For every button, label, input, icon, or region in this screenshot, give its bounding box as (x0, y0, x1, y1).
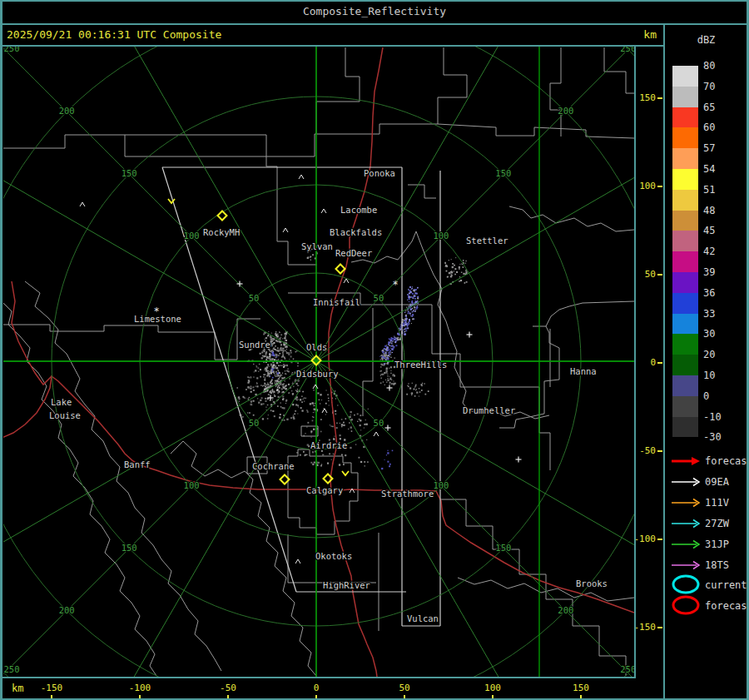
echo-pixel (320, 419, 322, 420)
echo-pixel (300, 399, 301, 400)
echo-pixel (404, 331, 405, 332)
echo-pixel (379, 370, 380, 371)
echo-pixel (341, 426, 343, 428)
echo-pixel (450, 273, 451, 274)
county-boundary-line (550, 47, 561, 137)
echo-pixel (265, 400, 266, 402)
echo-pixel (364, 461, 365, 463)
echo-pixel (390, 370, 391, 371)
colorbar-swatch (672, 314, 698, 335)
echo-pixel (298, 406, 299, 407)
echo-pixel (318, 462, 320, 464)
echo-pixel (297, 365, 299, 367)
echo-pixel (271, 368, 273, 370)
county-boundary-line (171, 441, 316, 676)
echo-pixel (345, 418, 347, 420)
echo-pixel (406, 307, 407, 308)
echo-pixel (265, 374, 265, 375)
echo-pixel (284, 380, 285, 381)
echo-pixel (355, 444, 356, 444)
echo-pixel (271, 383, 273, 385)
legend-arrow-09EA-label: 09EA (705, 476, 729, 488)
echo-pixel (380, 355, 381, 356)
bottom-axis-label: 100 (474, 683, 511, 693)
echo-pixel (297, 363, 299, 365)
echo-pixel (398, 340, 399, 340)
echo-pixel (300, 454, 301, 456)
echo-pixel (456, 271, 458, 273)
echo-pixel (262, 355, 264, 357)
echo-pixel (253, 390, 255, 391)
echo-pixel (285, 370, 285, 371)
colorbar-value-label: 20 (703, 350, 715, 360)
echo-pixel (269, 370, 270, 372)
city-label: Ponoka (364, 168, 395, 178)
echo-pixel (411, 296, 413, 298)
colorbar-swatch (672, 396, 698, 417)
city-label: Olds (306, 342, 327, 352)
echo-pixel (405, 328, 407, 330)
echo-pixel (277, 392, 279, 394)
echo-pixel (268, 385, 270, 386)
echo-pixel (265, 370, 267, 372)
echo-pixel (269, 365, 270, 366)
storm-ellipse-icon (670, 573, 702, 595)
echo-pixel (384, 365, 384, 365)
echo-pixel (255, 370, 256, 371)
echo-pixel (274, 367, 275, 369)
legend-arrow-111V (670, 496, 702, 509)
echo-pixel (409, 295, 409, 296)
echo-pixel (297, 413, 298, 414)
echo-pixel (451, 275, 452, 276)
echo-pixel (283, 364, 285, 365)
echo-pixel (286, 349, 287, 350)
echo-pixel (271, 333, 272, 334)
city-label: Lacombe (340, 205, 377, 215)
echo-pixel (255, 365, 256, 366)
echo-pixel (395, 345, 397, 346)
echo-pixel (276, 380, 278, 382)
echo-pixel (275, 380, 276, 382)
echo-pixel (273, 392, 274, 393)
echo-pixel (406, 317, 407, 318)
echo-pixel (392, 349, 393, 350)
echo-pixel (321, 464, 322, 464)
echo-pixel (272, 338, 273, 339)
caret-marker (374, 432, 379, 436)
ring-distance-label: 100 (433, 231, 449, 241)
echo-pixel (275, 385, 277, 387)
echo-pixel (414, 310, 414, 310)
echo-pixel (279, 416, 280, 418)
echo-pixel (386, 454, 387, 455)
legend-arrow-111V-label: 111V (705, 497, 729, 509)
echo-pixel (275, 331, 276, 332)
echo-pixel (407, 300, 408, 300)
caret-marker (295, 559, 300, 563)
ring-distance-label: 150 (122, 543, 137, 553)
echo-pixel (285, 335, 286, 337)
echo-pixel (297, 389, 298, 390)
echo-pixel (280, 375, 281, 377)
echo-pixel (349, 422, 350, 424)
echo-pixel (388, 364, 389, 365)
echo-pixel (291, 390, 292, 391)
echo-pixel (280, 332, 280, 333)
radar-map-canvas[interactable]: 5050505010010010010015015015015020020020… (3, 47, 634, 677)
echo-pixel (455, 257, 456, 258)
echo-pixel (270, 375, 270, 376)
echo-pixel (250, 376, 251, 378)
colorbar-legend-panel: dBZ 807065605754514845423936333020100-10… (665, 24, 747, 698)
echo-pixel (267, 405, 269, 406)
echo-pixel (282, 355, 284, 357)
colorbar-value-label: 54 (703, 164, 715, 175)
echo-pixel (397, 337, 399, 339)
echo-pixel (285, 373, 286, 375)
echo-pixel (359, 419, 360, 420)
legend-ellipse-forecast (670, 594, 702, 608)
ring-distance-label: 250 (620, 664, 634, 674)
echo-pixel (270, 354, 271, 355)
echo-pixel (339, 434, 340, 436)
echo-pixel (387, 461, 389, 463)
echo-pixel (273, 369, 275, 370)
echo-pixel (279, 350, 280, 350)
